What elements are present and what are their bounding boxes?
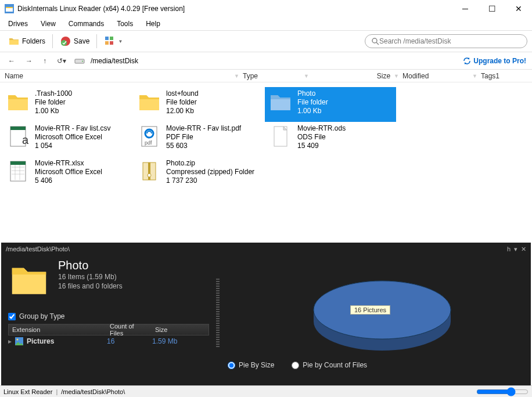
svg-rect-7	[105, 41, 109, 45]
file-type: Microsoft Office Excel	[35, 133, 110, 142]
svg-rect-5	[105, 37, 109, 40]
column-size[interactable]: Size▼	[312, 72, 402, 80]
status-app-name: Linux Ext Reader	[3, 388, 52, 395]
refresh-icon	[463, 57, 471, 65]
pie-by-size-option[interactable]: Pie By Size	[228, 361, 274, 369]
file-item[interactable]: Photo.zip Compressed (zipped) Folder 1 7…	[134, 157, 265, 192]
svg-text:a: a	[22, 133, 29, 146]
file-item[interactable]: Photo File folder 1.00 Kb	[265, 87, 396, 122]
column-type[interactable]: Type▼	[243, 72, 312, 80]
ext-header[interactable]: Extension	[9, 326, 106, 333]
preview-close-button[interactable]: ✕	[521, 246, 526, 253]
menu-bar: Drives View Commands Tools Help	[0, 17, 532, 30]
pie-by-count-option[interactable]: Pie by Count of Files	[292, 361, 367, 369]
filter-icon[interactable]: ▼	[234, 73, 239, 79]
save-label: Save	[74, 37, 89, 45]
extension-table: Extension Count of Files Size ▸ Pictures…	[8, 324, 209, 347]
file-size: 5 406	[35, 176, 102, 185]
svg-point-29	[148, 174, 151, 177]
svg-rect-2	[6, 7, 13, 8]
save-button[interactable]: Save	[56, 33, 93, 49]
preview-right-pane: 16 Pictures Pie By Size Pie by Count of …	[220, 255, 531, 371]
count-cell: 16	[103, 337, 149, 345]
nav-back-button[interactable]: ←	[6, 55, 17, 67]
folder-icon	[268, 89, 293, 114]
file-type: PDF File	[166, 133, 241, 142]
group-by-type-label: Group by Type	[19, 312, 65, 320]
file-type: Compressed (zipped) Folder	[166, 168, 254, 176]
status-path: /media/testDisk\Photo\	[61, 388, 125, 395]
column-tags1[interactable]: Tags1	[481, 72, 522, 80]
toolbar-separator	[96, 34, 97, 48]
menu-drives[interactable]: Drives	[6, 19, 30, 29]
group-by-type-checkbox[interactable]	[8, 313, 16, 320]
search-input[interactable]	[379, 37, 521, 45]
upgrade-link[interactable]: Upgrade to Pro!	[463, 57, 526, 65]
file-size: 1.00 Kb	[297, 107, 328, 116]
svg-rect-6	[110, 37, 113, 40]
file-size: 1 054	[35, 142, 110, 150]
column-modified[interactable]: Modified▼	[402, 72, 481, 80]
view-options-button[interactable]: ▼	[100, 33, 126, 49]
minimize-button[interactable]: ─	[452, 0, 479, 17]
expand-arrow-icon[interactable]: ▸	[8, 337, 15, 345]
file-item[interactable]: Movie-RTR.ods ODS File 15 409	[265, 122, 396, 157]
count-header[interactable]: Count of Files	[106, 323, 152, 337]
filter-icon[interactable]: ▼	[394, 73, 399, 79]
status-bar: Linux Ext Reader | /media/testDisk\Photo…	[0, 385, 532, 397]
column-name[interactable]: Name▼	[5, 72, 243, 80]
file-list[interactable]: .Trash-1000 File folder 1.00 Kb lost+fou…	[0, 82, 532, 232]
nav-up-button[interactable]: ↑	[41, 55, 49, 67]
menu-view[interactable]: View	[38, 19, 58, 29]
folder-icon	[137, 89, 161, 114]
file-item[interactable]: pdf Movie-RTR - Fav list.pdf PDF File 55…	[134, 122, 265, 157]
menu-commands[interactable]: Commands	[66, 19, 106, 29]
svg-line-10	[376, 42, 379, 45]
preview-help-button[interactable]: h	[507, 246, 511, 253]
file-name: Movie-RTR.ods	[297, 124, 346, 133]
file-type: File folder	[297, 98, 328, 107]
preview-folder-icon	[8, 259, 50, 301]
menu-help[interactable]: Help	[143, 19, 163, 29]
preview-path: /media/testDisk\Photo\	[6, 246, 507, 252]
generic-icon	[268, 124, 293, 149]
navigation-bar: ← → ↑ ↺▾ /media/testDisk Upgrade to Pro!	[0, 52, 532, 70]
folders-icon	[8, 35, 20, 47]
folders-label: Folders	[22, 37, 45, 45]
search-icon	[371, 37, 379, 45]
nav-forward-button[interactable]: →	[23, 55, 35, 67]
filter-icon[interactable]: ▼	[304, 73, 309, 79]
maximize-button[interactable]: ☐	[479, 0, 505, 17]
file-item[interactable]: .Trash-1000 File folder 1.00 Kb	[2, 87, 134, 122]
zoom-slider[interactable]	[476, 387, 529, 396]
window-title: DiskInternals Linux Reader (x64) 4.0.29 …	[17, 5, 452, 13]
file-type: ODS File	[297, 133, 346, 142]
folders-button[interactable]: Folders	[5, 33, 49, 49]
app-icon	[5, 4, 14, 13]
preview-detail-line: 16 files and 0 folders	[58, 281, 123, 291]
nav-history-button[interactable]: ↺▾	[55, 55, 69, 67]
pie-slice-label: 16 Pictures	[350, 305, 390, 315]
file-type: File folder	[166, 98, 199, 107]
preview-left-pane: Photo 16 Items (1.59 Mb) 16 files and 0 …	[1, 255, 216, 371]
pictures-icon	[15, 337, 23, 345]
preview-pin-button[interactable]: ▾	[514, 246, 517, 253]
filter-icon[interactable]: ▼	[472, 73, 477, 79]
save-icon	[60, 35, 71, 47]
svg-rect-14	[10, 127, 26, 130]
menu-tools[interactable]: Tools	[114, 19, 135, 29]
excel-icon	[6, 159, 30, 183]
file-name: Movie-RTR.xlsx	[35, 159, 102, 168]
svg-point-9	[372, 38, 377, 43]
column-headers: Name▼ Type▼ Size▼ Modified▼ Tags1	[0, 70, 532, 82]
table-row[interactable]: ▸ Pictures 16 1.59 Mb	[8, 335, 209, 347]
close-button[interactable]: ✕	[505, 0, 532, 17]
search-box[interactable]	[365, 34, 527, 48]
file-item[interactable]: lost+found File folder 12.00 Kb	[134, 87, 265, 122]
toolbar-separator	[52, 34, 53, 48]
breadcrumb-path[interactable]: /media/testDisk	[91, 57, 457, 65]
file-item[interactable]: Movie-RTR.xlsx Microsoft Office Excel 5 …	[2, 157, 134, 192]
size-cell: 1.59 Mb	[149, 337, 189, 345]
size-header[interactable]: Size	[152, 326, 192, 333]
file-item[interactable]: a Movie-RTR - Fav list.csv Microsoft Off…	[2, 122, 134, 157]
